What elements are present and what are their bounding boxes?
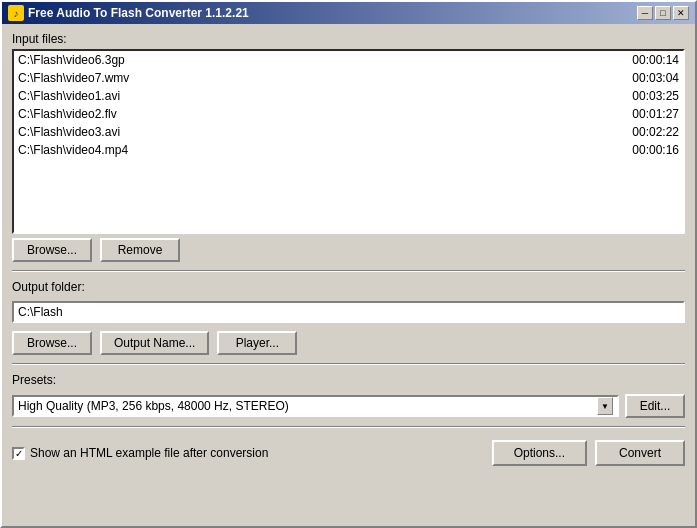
file-name: C:\Flash\video2.flv	[18, 107, 117, 121]
bottom-buttons: Options... Convert	[492, 440, 685, 466]
output-btn-row: Browse... Output Name... Player...	[12, 331, 685, 355]
minimize-button[interactable]: ─	[637, 6, 653, 20]
app-icon: ♪	[8, 5, 24, 21]
remove-button[interactable]: Remove	[100, 238, 180, 262]
main-content: Input files: C:\Flash\video6.3gp00:00:14…	[2, 24, 695, 526]
options-button[interactable]: Options...	[492, 440, 587, 466]
table-row[interactable]: C:\Flash\video6.3gp00:00:14	[14, 51, 683, 69]
file-name: C:\Flash\video1.avi	[18, 89, 120, 103]
table-row[interactable]: C:\Flash\video4.mp400:00:16	[14, 141, 683, 159]
file-duration: 00:03:25	[632, 89, 679, 103]
file-name: C:\Flash\video3.avi	[18, 125, 120, 139]
file-duration: 00:00:16	[632, 143, 679, 157]
table-row[interactable]: C:\Flash\video2.flv00:01:27	[14, 105, 683, 123]
preset-row: High Quality (MP3, 256 kbps, 48000 Hz, S…	[12, 394, 685, 418]
file-duration: 00:01:27	[632, 107, 679, 121]
output-name-button[interactable]: Output Name...	[100, 331, 209, 355]
file-name: C:\Flash\video4.mp4	[18, 143, 128, 157]
close-button[interactable]: ✕	[673, 6, 689, 20]
divider-1	[12, 270, 685, 272]
divider-2	[12, 363, 685, 365]
table-row[interactable]: C:\Flash\video1.avi00:03:25	[14, 87, 683, 105]
player-button[interactable]: Player...	[217, 331, 297, 355]
title-bar: ♪ Free Audio To Flash Converter 1.1.2.21…	[2, 2, 695, 24]
presets-section: Presets: High Quality (MP3, 256 kbps, 48…	[12, 373, 685, 418]
edit-preset-button[interactable]: Edit...	[625, 394, 685, 418]
output-section: Output folder: Browse... Output Name... …	[12, 280, 685, 355]
output-folder-input[interactable]	[12, 301, 685, 323]
browse-output-button[interactable]: Browse...	[12, 331, 92, 355]
divider-3	[12, 426, 685, 428]
presets-select[interactable]: High Quality (MP3, 256 kbps, 48000 Hz, S…	[12, 395, 619, 417]
file-duration: 00:03:04	[632, 71, 679, 85]
file-name: C:\Flash\video7.wmv	[18, 71, 129, 85]
file-list: C:\Flash\video6.3gp00:00:14C:\Flash\vide…	[14, 51, 683, 159]
convert-button[interactable]: Convert	[595, 440, 685, 466]
title-bar-left: ♪ Free Audio To Flash Converter 1.1.2.21	[8, 5, 249, 21]
file-list-container[interactable]: C:\Flash\video6.3gp00:00:14C:\Flash\vide…	[12, 49, 685, 234]
file-name: C:\Flash\video6.3gp	[18, 53, 125, 67]
table-row[interactable]: C:\Flash\video7.wmv00:03:04	[14, 69, 683, 87]
html-example-checkbox[interactable]: ✓	[12, 447, 25, 460]
select-arrow-icon: ▼	[597, 397, 613, 415]
browse-input-button[interactable]: Browse...	[12, 238, 92, 262]
checkbox-check-icon: ✓	[15, 448, 23, 459]
file-duration: 00:00:14	[632, 53, 679, 67]
main-window: ♪ Free Audio To Flash Converter 1.1.2.21…	[0, 0, 697, 528]
output-label: Output folder:	[12, 280, 685, 294]
bottom-row: ✓ Show an HTML example file after conver…	[12, 440, 685, 466]
input-btn-row: Browse... Remove	[12, 238, 685, 262]
window-title: Free Audio To Flash Converter 1.1.2.21	[28, 6, 249, 20]
maximize-button[interactable]: □	[655, 6, 671, 20]
file-duration: 00:02:22	[632, 125, 679, 139]
input-section: Input files: C:\Flash\video6.3gp00:00:14…	[12, 32, 685, 262]
title-buttons: ─ □ ✕	[637, 6, 689, 20]
checkbox-text: Show an HTML example file after conversi…	[30, 446, 268, 460]
checkbox-label[interactable]: ✓ Show an HTML example file after conver…	[12, 446, 268, 460]
table-row[interactable]: C:\Flash\video3.avi00:02:22	[14, 123, 683, 141]
input-label: Input files:	[12, 32, 685, 46]
presets-label: Presets:	[12, 373, 685, 387]
preset-value: High Quality (MP3, 256 kbps, 48000 Hz, S…	[18, 399, 289, 413]
